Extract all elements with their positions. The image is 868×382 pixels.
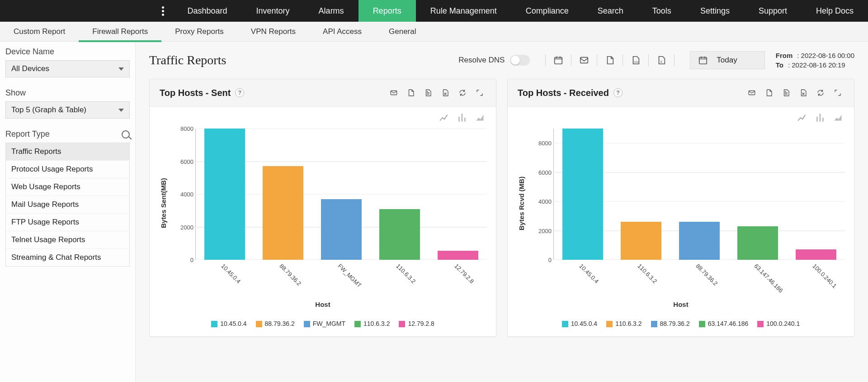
bar[interactable] (321, 199, 362, 260)
topnav-tools[interactable]: Tools (638, 0, 686, 22)
y-tick: 8000 (168, 125, 193, 132)
refresh-icon[interactable] (456, 86, 469, 99)
report-type-list: Traffic ReportsProtocol Usage ReportsWeb… (5, 143, 130, 267)
legend-item[interactable]: FW_MGMT (304, 320, 345, 327)
card-title-text: Top Hosts - Received (518, 88, 609, 98)
chart-legend: 10.45.0.488.79.36.2FW_MGMT110.6.3.212.79… (159, 320, 487, 327)
mail-icon[interactable] (745, 86, 758, 99)
topnav-compliance[interactable]: Compliance (511, 0, 583, 22)
topnav-reports[interactable]: Reports (359, 0, 416, 22)
bar[interactable] (263, 166, 303, 260)
card-title-text: Top Hosts - Sent (160, 88, 231, 98)
doc-icon[interactable] (422, 86, 434, 99)
card-received: Top Hosts - Received ? Bytes Rcvd (MB) 0… (507, 79, 854, 337)
topnav-settings[interactable]: Settings (686, 0, 744, 22)
line-chart-icon[interactable] (796, 111, 809, 124)
device-select[interactable]: All Devices (5, 60, 130, 77)
legend-item[interactable]: 100.0.240.1 (757, 320, 800, 327)
subnav-custom-report[interactable]: Custom Report (0, 22, 79, 42)
legend-item[interactable]: 110.6.3.2 (606, 320, 642, 327)
x-tick: 63.147.46.186 (753, 263, 784, 294)
bar[interactable] (204, 129, 245, 260)
subnav-vpn-reports[interactable]: VPN Reports (237, 22, 309, 42)
date-preset-value: Today (717, 56, 737, 65)
topnav-alarms[interactable]: Alarms (304, 0, 359, 22)
bar-chart-icon[interactable] (814, 111, 827, 124)
xls-icon[interactable] (797, 86, 810, 99)
search-icon[interactable] (122, 130, 130, 138)
date-preset-select[interactable]: Today (690, 51, 764, 69)
resolve-dns-control: Resolve DNS (458, 55, 530, 66)
date-range-display: From: 2022-08-16 00:00 To: 2022-08-16 20… (776, 51, 854, 70)
mail-icon[interactable] (387, 86, 400, 99)
bar[interactable] (379, 209, 420, 260)
bar[interactable] (796, 249, 836, 260)
page-header: Traffic Reports Resolve DNS CSV X (136, 42, 868, 79)
y-tick: 6000 (168, 158, 193, 165)
topnav-rule-management[interactable]: Rule Management (416, 0, 511, 22)
y-tick: 2000 (526, 227, 552, 234)
report-type-item[interactable]: Telnet Usage Reports (6, 231, 129, 249)
x-tick: 10.45.0.4 (578, 263, 600, 285)
sub-nav: Custom ReportFirewall ReportsProxy Repor… (0, 22, 868, 42)
subnav-firewall-reports[interactable]: Firewall Reports (79, 22, 161, 42)
legend-item[interactable]: 110.6.3.2 (354, 320, 390, 327)
report-type-item[interactable]: Mail Usage Reports (6, 196, 129, 214)
y-tick: 4000 (526, 198, 552, 205)
topnav-inventory[interactable]: Inventory (242, 0, 304, 22)
report-type-item[interactable]: Web Usage Reports (6, 178, 129, 196)
topnav-search[interactable]: Search (583, 0, 638, 22)
report-type-item[interactable]: FTP Usage Reports (6, 214, 129, 231)
xls-icon[interactable]: X (655, 54, 668, 67)
legend-item[interactable]: 88.79.36.2 (651, 320, 690, 327)
pdf-icon[interactable] (604, 54, 616, 67)
topnav-help-docs[interactable]: Help Docs (802, 0, 868, 22)
legend-item[interactable]: 63.147.46.186 (699, 320, 749, 327)
subnav-api-access[interactable]: API Access (309, 22, 375, 42)
bar[interactable] (621, 222, 661, 260)
bar-chart-icon[interactable] (456, 111, 469, 124)
kebab-menu-icon[interactable] (153, 5, 173, 17)
expand-icon[interactable] (473, 86, 486, 99)
legend-item[interactable]: 10.45.0.4 (562, 320, 597, 327)
area-chart-icon[interactable] (474, 111, 487, 124)
svg-rect-0 (555, 57, 562, 64)
doc-icon[interactable] (780, 86, 793, 99)
svg-rect-4 (699, 57, 707, 64)
expand-icon[interactable] (831, 86, 844, 99)
legend-item[interactable]: 12.79.2.8 (399, 320, 434, 327)
legend-item[interactable]: 88.79.36.2 (256, 320, 295, 327)
help-icon[interactable]: ? (235, 88, 244, 97)
pdf-icon[interactable] (405, 86, 417, 99)
y-tick: 4000 (168, 191, 193, 198)
resolve-dns-label: Resolve DNS (458, 56, 505, 65)
subnav-proxy-reports[interactable]: Proxy Reports (161, 22, 237, 42)
bar[interactable] (679, 222, 720, 260)
legend-item[interactable]: 10.45.0.4 (211, 320, 246, 327)
subnav-general[interactable]: General (375, 22, 429, 42)
refresh-icon[interactable] (814, 86, 827, 99)
calendar-icon (697, 54, 709, 67)
report-type-item[interactable]: Protocol Usage Reports (6, 161, 129, 178)
line-chart-icon[interactable] (438, 111, 451, 124)
report-type-item[interactable]: Traffic Reports (6, 143, 129, 161)
report-type-item[interactable]: Streaming & Chat Reports (6, 249, 129, 266)
bar[interactable] (737, 226, 778, 260)
topnav-dashboard[interactable]: Dashboard (173, 0, 242, 22)
help-icon[interactable]: ? (613, 88, 623, 97)
show-select[interactable]: Top 5 (Graph & Table) (5, 101, 130, 119)
bar[interactable] (438, 251, 478, 260)
csv-icon[interactable]: CSV (629, 54, 642, 67)
card-header: Top Hosts - Received ? (508, 79, 854, 107)
pdf-icon[interactable] (763, 86, 775, 99)
x-axis-label: Host (517, 301, 845, 308)
x-tick: 88.79.36.2 (278, 263, 302, 287)
resolve-dns-toggle[interactable] (510, 55, 530, 66)
xls-icon[interactable] (439, 86, 452, 99)
area-chart-icon[interactable] (832, 111, 845, 124)
mail-icon[interactable] (578, 54, 590, 67)
bar[interactable] (562, 129, 603, 260)
y-tick: 2000 (168, 224, 193, 230)
schedule-icon[interactable] (552, 54, 565, 67)
topnav-support[interactable]: Support (744, 0, 802, 22)
